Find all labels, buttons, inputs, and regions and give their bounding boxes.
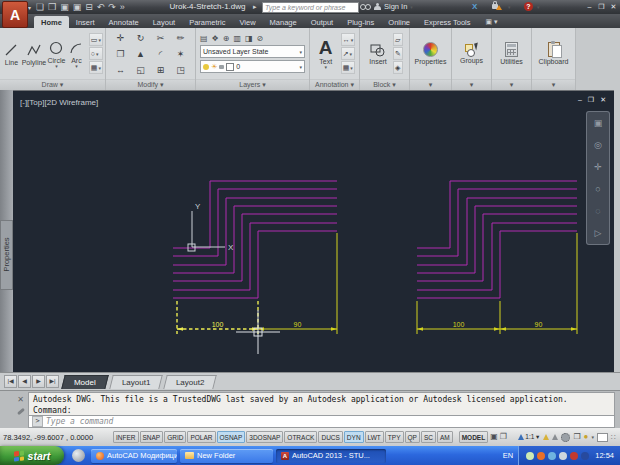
model-space-button[interactable]: MODEL bbox=[459, 431, 488, 443]
figure-1-polyline-3[interactable] bbox=[417, 206, 577, 273]
sign-in-dropdown-icon[interactable]: ▾ bbox=[410, 5, 413, 9]
properties-button[interactable]: Properties bbox=[419, 42, 443, 65]
drawing-minimize-button[interactable]: – bbox=[578, 96, 582, 104]
restore-button[interactable]: ❐ bbox=[596, 2, 607, 12]
annotation-scale-control[interactable]: 1:1 ▾ bbox=[517, 432, 540, 442]
app-logo[interactable]: A bbox=[2, 1, 28, 28]
toggle-am[interactable]: AM bbox=[437, 431, 453, 443]
modify-stretch-button[interactable]: ↔ bbox=[111, 62, 130, 77]
toolbar-unlock-icon[interactable]: ❒ bbox=[573, 432, 580, 442]
tab-parametric[interactable]: Parametric bbox=[182, 16, 232, 28]
dimension-button[interactable]: ↔▾ bbox=[341, 33, 356, 46]
insert-block-button[interactable]: Insert bbox=[366, 43, 390, 65]
toggle-lwt[interactable]: LWT bbox=[365, 431, 384, 443]
properties-panel-expander[interactable]: ▾ bbox=[410, 79, 451, 90]
layer-match-icon[interactable]: ⊘ bbox=[257, 34, 264, 43]
tab-annotate[interactable]: Annotate bbox=[102, 16, 146, 28]
drawing-restore-button[interactable]: ❐ bbox=[588, 96, 594, 104]
tab-plug-ins[interactable]: Plug-ins bbox=[340, 16, 381, 28]
command-prompt-icon[interactable]: > bbox=[32, 416, 43, 427]
close-button[interactable]: ✕ bbox=[608, 2, 619, 12]
modify-scale-button[interactable]: ◱ bbox=[131, 62, 150, 77]
toggle-3dosnap[interactable]: 3DOSNAP bbox=[246, 431, 283, 443]
status-menu-icon[interactable]: ▾ bbox=[591, 435, 594, 439]
toggle-polar[interactable]: POLAR bbox=[187, 431, 215, 443]
bulb-icon[interactable] bbox=[203, 64, 209, 70]
tab-layout2[interactable]: Layout2 bbox=[164, 375, 218, 389]
undo-icon[interactable]: ↶ bbox=[97, 1, 105, 13]
modify-panel-label[interactable]: Modify ▾ bbox=[106, 79, 195, 90]
hatch-button[interactable]: ▦▾ bbox=[89, 61, 103, 74]
navigation-bar[interactable]: ▣◎✛○◌▷ bbox=[586, 111, 610, 245]
customize-icon[interactable]: » bbox=[120, 1, 125, 13]
annotation-panel-label[interactable]: Annotation ▾ bbox=[310, 79, 359, 90]
modify-explode-button[interactable]: ✶ bbox=[171, 46, 190, 61]
task-button-new-folder[interactable]: New Folder bbox=[180, 449, 273, 463]
help-dropdown-icon[interactable]: ▾ bbox=[537, 2, 540, 11]
drawing-quickview-icon[interactable]: ❐ bbox=[500, 432, 507, 442]
figure-0-dimension-text-0[interactable]: 100 bbox=[212, 321, 224, 328]
tab-home[interactable]: Home bbox=[34, 16, 69, 28]
orbit-icon[interactable]: ◌ bbox=[595, 206, 600, 216]
chevron-down-icon[interactable]: ▾ bbox=[299, 65, 302, 69]
modify-rotate-button[interactable]: ↻ bbox=[131, 30, 150, 45]
polyline-button[interactable]: Polyline bbox=[22, 42, 46, 66]
plot-icon[interactable]: ⊟ bbox=[85, 1, 93, 13]
utilities-panel-expander[interactable]: ▾ bbox=[492, 79, 531, 90]
layout-tab-arrow-0[interactable]: |◀ bbox=[4, 375, 17, 388]
tab-layout1[interactable]: Layout1 bbox=[109, 375, 163, 389]
text-button[interactable]: A Text ▾ bbox=[314, 38, 338, 69]
search-icon[interactable] bbox=[360, 2, 370, 11]
block-panel-label[interactable]: Block ▾ bbox=[360, 79, 409, 90]
tab-express-tools[interactable]: Express Tools bbox=[417, 16, 478, 28]
block-create-button[interactable]: ◈ bbox=[393, 61, 403, 74]
qsave-icon[interactable]: ▣ bbox=[73, 1, 82, 13]
performance-bulb-icon[interactable]: ● bbox=[584, 432, 589, 442]
save-icon[interactable]: ▣ bbox=[60, 1, 69, 13]
clipboard-button[interactable]: Clipboard bbox=[542, 42, 566, 65]
drawing-close-button[interactable]: ✕ bbox=[600, 96, 606, 104]
wrench-icon[interactable] bbox=[16, 408, 24, 415]
showmotion-icon[interactable]: ▷ bbox=[595, 228, 602, 238]
modify-array-button[interactable]: ⊞ bbox=[151, 62, 170, 77]
toggle-otrack[interactable]: OTRACK bbox=[284, 431, 317, 443]
groups-panel-expander[interactable]: ▾ bbox=[452, 79, 491, 90]
figure-0-polyline-3[interactable] bbox=[173, 206, 337, 273]
volume-icon[interactable] bbox=[559, 452, 567, 460]
toggle-qp[interactable]: QP bbox=[405, 431, 420, 443]
toggle-snap[interactable]: SNAP bbox=[140, 431, 164, 443]
search-input[interactable]: Type a keyword or phrase bbox=[262, 2, 359, 13]
quick-launch-icon[interactable] bbox=[72, 449, 85, 462]
opera-icon[interactable] bbox=[570, 452, 578, 460]
tab-output[interactable]: Output bbox=[304, 16, 341, 28]
clipboard-panel-expander[interactable]: ▾ bbox=[532, 79, 575, 90]
tab-online[interactable]: Online bbox=[381, 16, 417, 28]
ribbon-options-icon[interactable]: ▣ ▾ bbox=[478, 18, 498, 28]
language-indicator[interactable]: EN bbox=[498, 449, 518, 462]
open-icon[interactable]: ❒ bbox=[48, 1, 56, 13]
drawing-canvas[interactable]: 1009010090YX [-][Top][2D Wireframe] – ❐ … bbox=[13, 90, 614, 372]
security-lock-icon[interactable] bbox=[492, 4, 498, 9]
command-history[interactable]: Autodesk DWG. This file is a TrustedDWG … bbox=[28, 392, 615, 416]
table-button[interactable]: ▦▾ bbox=[341, 61, 356, 74]
color-swatch[interactable] bbox=[226, 63, 234, 71]
toggle-dyn[interactable]: DYN bbox=[344, 431, 364, 443]
layout-tab-arrow-1[interactable]: ◀ bbox=[18, 375, 31, 388]
block-edit-button[interactable]: ▱ bbox=[393, 33, 403, 46]
layout-quickview-icon[interactable]: ▣ bbox=[490, 432, 498, 442]
sign-in-button[interactable]: Sign In ▾ bbox=[374, 2, 413, 11]
leader-button[interactable]: ↗▾ bbox=[341, 47, 356, 60]
utilities-button[interactable]: Utilities bbox=[500, 42, 524, 65]
pan-icon[interactable]: ✛ bbox=[594, 162, 602, 172]
figure-1-dimension-text-1[interactable]: 90 bbox=[535, 321, 543, 328]
block-attr-button[interactable]: ✎ bbox=[393, 47, 403, 60]
tab-view[interactable]: View bbox=[232, 16, 262, 28]
line-button[interactable]: Line bbox=[2, 42, 21, 66]
tab-insert[interactable]: Insert bbox=[69, 16, 102, 28]
shield-icon[interactable] bbox=[548, 452, 556, 460]
toggle-tpy[interactable]: TPY bbox=[385, 431, 404, 443]
sun-icon[interactable]: ☀ bbox=[211, 63, 217, 71]
tab-manage[interactable]: Manage bbox=[263, 16, 304, 28]
toggle-sc[interactable]: SC bbox=[421, 431, 436, 443]
layer-properties-icon[interactable]: ▤ bbox=[200, 34, 208, 43]
